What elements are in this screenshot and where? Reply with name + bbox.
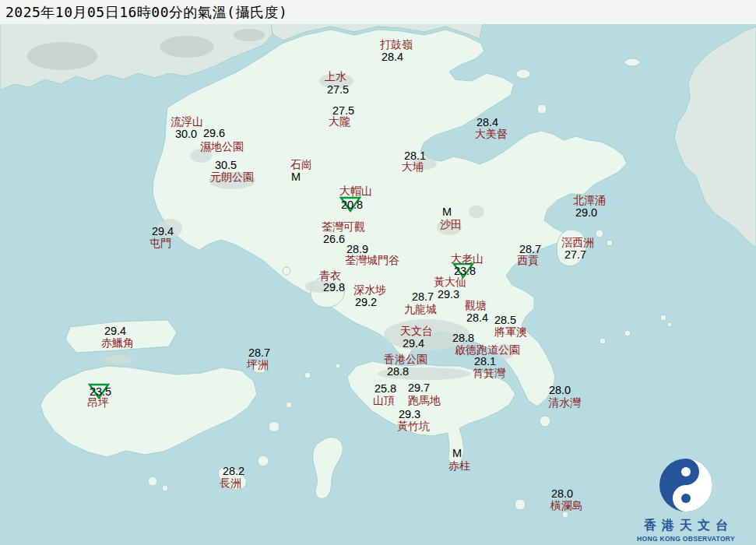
station-value-label: 25.8 xyxy=(374,383,396,395)
map-title: 2025年10月05日16時00分的氣溫(攝氏度) xyxy=(5,3,287,22)
station-value-label: 28.9 xyxy=(346,244,368,255)
station-value-label: 28.7 xyxy=(519,244,541,255)
station-value-label: 28.8 xyxy=(452,332,474,344)
station-name-label: 將軍澳 xyxy=(494,326,527,337)
station-value-label: 28.1 xyxy=(404,150,426,162)
station-name-label: 觀塘 xyxy=(465,300,487,311)
station-value-label: 28.4 xyxy=(466,312,488,324)
map-title-bar: 2025年10月05日16時00分的氣溫(攝氏度) xyxy=(0,0,756,24)
station-name-label: 荃灣城門谷 xyxy=(345,255,399,265)
station-value-label: 28.1 xyxy=(474,356,496,367)
station-value-label: 28.0 xyxy=(549,385,571,396)
station-name-label: 九龍城 xyxy=(404,304,437,315)
station-value-label: 28.8 xyxy=(387,366,409,378)
station-name-label: 赤柱 xyxy=(448,460,470,471)
station-value-label: 20.8 xyxy=(341,199,363,211)
station-name-label: 黃竹坑 xyxy=(397,420,430,431)
station-value-label: 29.0 xyxy=(575,207,597,219)
station-value-label: 29.7 xyxy=(408,382,430,394)
station-name-label: 大埔 xyxy=(402,161,424,172)
station-value-label: 27.5 xyxy=(332,105,354,117)
station-name-label: 打鼓嶺 xyxy=(380,39,413,50)
station-name-label: 大老山 xyxy=(451,253,483,264)
station-value-label: 28.0 xyxy=(551,488,573,500)
station-value-label: 29.4 xyxy=(152,226,174,237)
station-name-label: 天文台 xyxy=(400,325,433,336)
station-name-label: 沙田 xyxy=(440,219,462,230)
station-value-label: 29.4 xyxy=(104,325,126,337)
station-name-label: 啟德跑道公園 xyxy=(455,344,520,355)
station-name-label: 荃灣可觀 xyxy=(322,221,365,232)
station-name-label: 長洲 xyxy=(220,477,241,488)
hko-logo: 香港天文台 HONG KONG OBSERVATORY xyxy=(617,457,754,543)
station-value-label: 28.7 xyxy=(248,347,270,359)
station-name-label: 坪洲 xyxy=(247,359,269,370)
station-name-label: 流浮山 xyxy=(171,116,203,127)
hko-logo-icon xyxy=(658,457,714,513)
station-name-label: 石崗 xyxy=(290,159,312,170)
station-name-label: 橫瀾島 xyxy=(550,500,583,511)
station-value-label: 30.0 xyxy=(175,128,197,140)
station-name-label: 赤鱲角 xyxy=(101,337,134,348)
station-name-label: 清水灣 xyxy=(548,397,581,408)
station-value-label: 28.7 xyxy=(412,291,434,303)
station-value-label: 29.6 xyxy=(203,128,225,139)
station-name-label: 香港公園 xyxy=(384,353,427,364)
station-name-label: 跑馬地 xyxy=(408,395,441,406)
station-value-label: 27.5 xyxy=(327,84,349,96)
station-value-missing: M xyxy=(442,206,452,218)
station-value-label: 27.7 xyxy=(564,249,586,261)
station-value-label: 28.5 xyxy=(494,315,516,326)
station-value-label: 28.2 xyxy=(223,466,244,477)
station-name-label: 昂坪 xyxy=(87,397,109,408)
station-name-label: 深水埗 xyxy=(353,284,386,295)
station-value-label: 30.5 xyxy=(215,160,237,171)
station-name-label: 屯門 xyxy=(149,237,171,248)
station-name-label: 北潭涌 xyxy=(573,195,606,206)
station-value-label: 29.2 xyxy=(355,297,377,308)
hko-logo-english-label: HONG KONG OBSERVATORY xyxy=(617,535,754,543)
station-name-label: 西貢 xyxy=(517,255,539,265)
station-value-missing: M xyxy=(452,448,462,459)
station-value-label: 28.4 xyxy=(382,51,403,63)
station-name-label: 上水 xyxy=(325,71,346,82)
station-name-label: 滘西洲 xyxy=(561,237,594,248)
station-name-label: 黃大仙 xyxy=(434,276,466,287)
station-name-label: 大帽山 xyxy=(339,185,372,196)
hko-logo-chinese-label: 香港天文台 xyxy=(617,518,756,534)
station-value-label: 29.4 xyxy=(403,338,424,350)
station-value-missing: M xyxy=(291,171,301,183)
station-name-label: 筲箕灣 xyxy=(473,367,505,378)
station-value-label: 28.4 xyxy=(476,117,498,128)
station-name-label: 濕地公園 xyxy=(200,141,244,152)
station-value-label: 26.6 xyxy=(323,234,345,245)
station-name-label: 元朗公園 xyxy=(210,171,254,182)
station-value-label: 29.3 xyxy=(438,289,459,301)
station-name-label: 大美督 xyxy=(475,128,508,139)
station-name-label: 山頂 xyxy=(373,395,395,406)
station-name-label: 青衣 xyxy=(319,270,341,281)
station-value-label: 23.5 xyxy=(90,386,111,398)
temperature-map-app: 2025年10月05日16時00分的氣溫(攝氏度) 打鼓嶺28.4上水27.5大… xyxy=(0,0,756,545)
station-name-label: 大隴 xyxy=(329,116,350,127)
station-value-label: 29.8 xyxy=(323,282,345,294)
station-value-label: 29.3 xyxy=(399,409,420,420)
